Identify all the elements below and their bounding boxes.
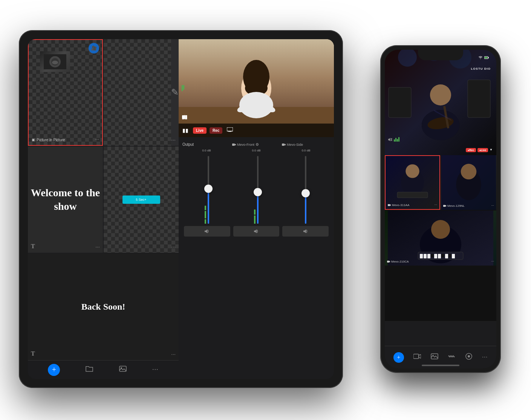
speaker-icon-front	[254, 229, 259, 234]
svg-point-47	[431, 220, 450, 239]
cam-mevo-210ca[interactable]: Mevo-210CA ···	[385, 211, 496, 265]
phone-add-button[interactable]: +	[393, 352, 404, 363]
side-fader-area	[282, 156, 329, 224]
mevo-side-header: Mevo-Side	[282, 143, 330, 147]
wifi-icon	[478, 56, 483, 59]
phone-camera-button[interactable]	[413, 353, 421, 361]
folder-button[interactable]	[85, 365, 93, 374]
cam1-video	[386, 156, 439, 209]
home-indicator	[422, 365, 459, 366]
svg-point-3	[52, 61, 58, 64]
cam-mevo-311aa[interactable]: Mevo-311AA ···	[385, 155, 440, 210]
backsoon-text-icon: T	[31, 350, 35, 357]
svg-rect-15	[232, 144, 235, 146]
phone-image-icon	[431, 353, 438, 359]
empty1-dots[interactable]: ···	[171, 137, 176, 143]
add-scene-button[interactable]: +	[48, 364, 60, 376]
output-mute-btn[interactable]	[184, 226, 230, 237]
svg-rect-19	[485, 57, 487, 58]
cam3-dots[interactable]: ···	[491, 259, 494, 263]
svg-point-37	[406, 164, 419, 178]
phone-more-button[interactable]: ···	[482, 353, 488, 361]
output-label: Output	[182, 142, 194, 147]
front-db: 0.0 dB	[232, 149, 280, 152]
svg-rect-38	[397, 192, 428, 198]
welcome-dots[interactable]: ···	[95, 244, 100, 250]
checker-bg2	[104, 39, 171, 146]
mevo-side-channel	[282, 156, 329, 372]
front-fader-track[interactable]	[257, 156, 259, 224]
more-toolbar-button[interactable]: ···	[152, 366, 159, 374]
svg-rect-4	[119, 366, 126, 371]
phone-record-button[interactable]	[465, 353, 473, 362]
mevo-front-channel	[233, 156, 280, 372]
cam-icon-1	[388, 204, 391, 206]
screen-btn[interactable]	[227, 127, 233, 133]
speaker-icon-output	[204, 229, 210, 234]
scenes-panel: 🎥 ▣ Picture in Picture ··· ✎ ···	[28, 39, 179, 379]
phone-camera-grid: Mevo-311AA ···	[385, 155, 496, 321]
output-fader-thumb[interactable]	[204, 185, 213, 193]
scene-backsoon[interactable]: Back Soon! T ···	[28, 254, 179, 360]
back-soon-text: Back Soon!	[81, 302, 125, 312]
plus-icon: +	[52, 365, 56, 374]
volume-icon[interactable]	[182, 115, 188, 121]
svg-point-27	[430, 84, 451, 105]
scene-empty1[interactable]: ✎ ···	[104, 39, 179, 146]
cam1-dots[interactable]: ···	[435, 203, 438, 207]
pause-indicator	[182, 85, 184, 91]
pip-dots[interactable]: ···	[95, 136, 99, 142]
text-type-icon: T	[31, 243, 35, 250]
svg-rect-24	[389, 87, 411, 118]
scene-welcome[interactable]: Welcome to the show T ···	[28, 147, 103, 253]
phone-main-video: LOSTU DIO	[385, 50, 496, 155]
countdown-bar: 5 Sec+	[122, 195, 160, 204]
gear-icon[interactable]: ⚙	[256, 142, 259, 147]
rec-button[interactable]: Rec	[210, 127, 222, 134]
front-fader-thumb[interactable]	[254, 188, 262, 196]
image-button[interactable]	[119, 365, 127, 374]
svg-rect-56	[445, 254, 448, 258]
band-video-svg	[385, 50, 496, 155]
backsoon-dots[interactable]: ···	[171, 351, 176, 357]
welcome-bg: Welcome to the show	[28, 147, 103, 253]
cam2-video	[441, 155, 496, 210]
tablet-toolbar: + ···	[28, 360, 179, 379]
svg-rect-44	[443, 205, 445, 207]
side-fader-thumb[interactable]	[301, 189, 310, 197]
svg-rect-16	[282, 144, 285, 146]
speaker-icon	[182, 115, 188, 120]
phone-live-badge: ●Live	[477, 148, 488, 152]
output-fader-track[interactable]	[208, 156, 209, 224]
svg-rect-39	[388, 204, 390, 206]
phone-badges: ●Rec ●Live ▼	[466, 148, 493, 152]
speaker-icon-side	[303, 229, 308, 234]
mixer-channel-headers: Output Mevo-Front ⚙	[182, 141, 330, 148]
battery-icon	[484, 56, 489, 59]
phone-plus-icon: +	[397, 354, 400, 361]
live-button[interactable]: Live	[193, 127, 207, 134]
mute-icon	[388, 137, 392, 142]
cam2-dots[interactable]: ···	[491, 203, 494, 208]
countdown-dots[interactable]: ···	[171, 244, 176, 250]
svg-point-11	[239, 92, 273, 118]
cam-mevo-129nl[interactable]: Mevo-129NL ···	[441, 155, 496, 210]
mevo-front-label: Mevo-Front	[237, 143, 254, 147]
scene-pip[interactable]: 🎥 ▣ Picture in Picture ···	[28, 39, 103, 146]
scene-countdown[interactable]: 5 Sec+ ···	[104, 147, 179, 253]
side-fader-track[interactable]	[305, 156, 306, 224]
phone-audio-button[interactable]	[448, 353, 455, 361]
side-mute-btn[interactable]	[282, 226, 329, 237]
video-controls-bar: ▮▮ Live Rec	[179, 124, 334, 137]
cam1-label: Mevo-311AA	[388, 203, 409, 207]
svg-rect-58	[452, 254, 455, 258]
backsoon-bg: Back Soon!	[28, 254, 179, 360]
dropdown-arrow-icon[interactable]: ▼	[490, 148, 493, 152]
phone-logo: LOSTU DIO	[471, 67, 491, 70]
output-db: 0.0 dB	[182, 149, 231, 152]
pause-btn-bar[interactable]: ▮▮	[182, 127, 188, 134]
front-mute-btn[interactable]	[233, 226, 280, 237]
front-fader-area	[233, 156, 280, 224]
phone-rec-badge: ●Rec	[466, 148, 476, 152]
phone-image-button[interactable]	[431, 353, 438, 361]
